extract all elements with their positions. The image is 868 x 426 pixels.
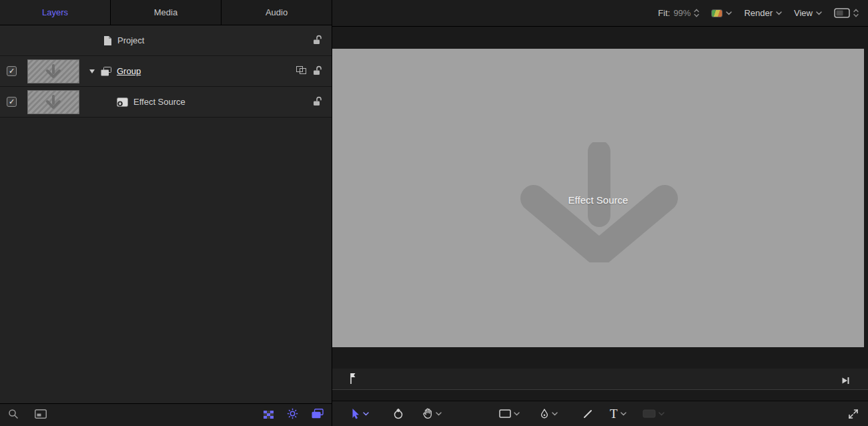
stroke-line-icon: [583, 409, 592, 419]
gear-icon[interactable]: [287, 408, 298, 422]
group-icon: [101, 67, 111, 76]
chevron-down-icon: [726, 11, 732, 15]
document-icon: [103, 35, 112, 46]
preview-frame-icon[interactable]: [35, 409, 47, 421]
layers-panel: Layers Media Audio Project: [0, 0, 332, 426]
effect-source-thumbnail[interactable]: [27, 90, 79, 114]
effect-source-icon: [117, 97, 128, 107]
effect-source-label[interactable]: Effect Source: [133, 97, 185, 107]
lock-icon[interactable]: [313, 65, 322, 77]
chevron-down-icon: [514, 412, 520, 416]
expand-view-button[interactable]: [848, 409, 859, 419]
lock-icon[interactable]: [313, 96, 322, 108]
motion-window: Layers Media Audio Project: [0, 0, 868, 426]
chevron-down-icon: [363, 412, 369, 416]
display-icon: [834, 8, 850, 18]
pan-tool[interactable]: [422, 408, 442, 419]
canvas-tools-bar: T: [332, 401, 868, 426]
zoom-control[interactable]: Fit: 99%: [658, 8, 699, 18]
row-group[interactable]: ✓ Group: [0, 56, 332, 87]
fit-label: Fit:: [658, 8, 670, 18]
end-marker-icon[interactable]: [841, 375, 849, 387]
group-label[interactable]: Group: [117, 66, 141, 76]
stepper-icon: [853, 9, 859, 17]
group-thumbnail[interactable]: [27, 59, 79, 83]
canvas-stage[interactable]: Effect Source: [332, 49, 864, 347]
shape-tool[interactable]: [499, 409, 520, 418]
disclosure-triangle-icon[interactable]: [89, 69, 95, 74]
text-tool-icon: T: [610, 407, 618, 420]
layers-empty-area: [0, 118, 332, 403]
layers-stack-icon[interactable]: [312, 409, 324, 421]
chevron-down-icon: [776, 11, 782, 15]
tab-media[interactable]: Media: [111, 0, 222, 25]
thumbnail-arrow-icon: [43, 63, 63, 79]
render-menu[interactable]: Render: [744, 8, 782, 18]
render-label: Render: [744, 8, 773, 18]
adjust-tool-icon: [393, 409, 404, 419]
view-label: View: [794, 8, 813, 18]
mask-tool-disabled: [642, 409, 665, 418]
select-transform-tool[interactable]: [351, 408, 369, 419]
project-label: Project: [117, 35, 144, 45]
layers-panel-footer: [0, 403, 332, 426]
chevron-down-icon: [436, 412, 442, 416]
mask-rect-icon: [642, 409, 656, 418]
chevron-down-icon: [620, 412, 626, 416]
search-icon[interactable]: [8, 409, 19, 422]
chevron-down-icon: [816, 11, 822, 15]
tab-audio[interactable]: Audio: [222, 0, 332, 25]
layers-list: Project ✓ Gro: [0, 25, 332, 118]
transparency-checkerboard-icon[interactable]: [264, 409, 274, 421]
pen-nib-icon: [540, 409, 549, 419]
view-menu[interactable]: View: [794, 8, 822, 18]
lock-icon[interactable]: [313, 35, 322, 47]
adjust-item-tool[interactable]: [393, 409, 404, 419]
display-layout-control[interactable]: [834, 8, 859, 18]
canvas-toolbar: Fit: 99% Render View: [332, 0, 868, 27]
blend-mode-icon[interactable]: [296, 66, 306, 76]
select-arrow-icon: [351, 408, 360, 419]
effect-source-placeholder-label: Effect Source: [332, 194, 864, 206]
color-channel-menu[interactable]: [711, 9, 732, 17]
bezier-pen-tool[interactable]: [540, 409, 558, 419]
row-project[interactable]: Project: [0, 25, 332, 56]
text-tool[interactable]: T: [610, 407, 626, 420]
paint-stroke-tool[interactable]: [583, 409, 592, 419]
rectangle-icon: [499, 409, 511, 418]
playhead-marker-icon[interactable]: [350, 373, 356, 387]
chevron-down-icon: [659, 412, 665, 416]
mini-timeline[interactable]: [332, 369, 868, 390]
canvas-panel: Fit: 99% Render View: [332, 0, 868, 426]
color-chip-icon: [711, 9, 723, 17]
panel-tab-bar: Layers Media Audio: [0, 0, 332, 25]
row-effect-source[interactable]: ✓ Effect Source: [0, 87, 332, 118]
stepper-icon[interactable]: [694, 9, 699, 17]
zoom-value: 99%: [673, 8, 691, 18]
effect-source-activation-checkbox[interactable]: ✓: [7, 97, 17, 107]
hand-icon: [422, 408, 433, 419]
expand-arrows-icon: [848, 409, 859, 419]
thumbnail-arrow-icon: [43, 94, 63, 110]
chevron-down-icon: [552, 412, 558, 416]
group-activation-checkbox[interactable]: ✓: [7, 66, 17, 76]
tab-layers[interactable]: Layers: [0, 0, 111, 25]
